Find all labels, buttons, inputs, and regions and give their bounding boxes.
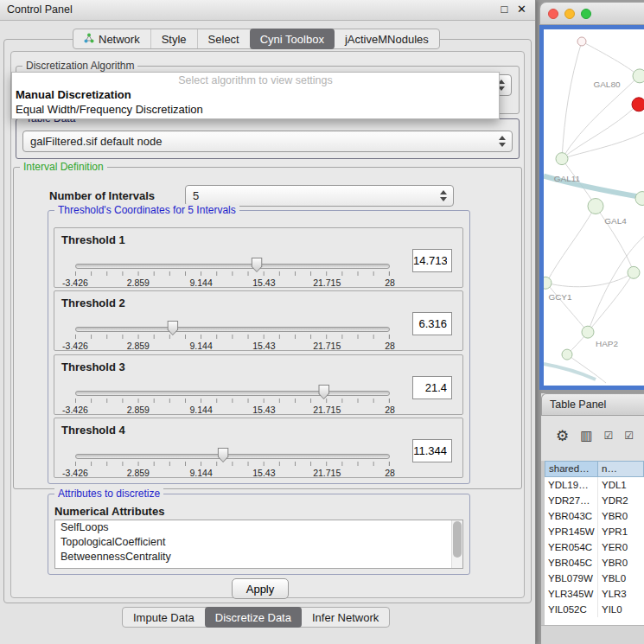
close-traffic-button[interactable] xyxy=(548,9,558,19)
tab-select[interactable]: Select xyxy=(197,29,250,48)
threshold-value-field[interactable] xyxy=(412,439,452,462)
dropdown-option-equal-width[interactable]: Equal Width/Frequency Discretization xyxy=(12,102,499,117)
columns-icon[interactable]: ▥ xyxy=(580,428,592,443)
network-node[interactable] xyxy=(628,266,640,278)
column-header-name[interactable]: n… xyxy=(598,461,644,477)
table-data-combobox[interactable]: galFiltered.sif default node xyxy=(22,131,513,152)
threshold-value-field[interactable] xyxy=(412,376,452,399)
network-graph[interactable]: GAL80 GAL11 GAL4 GCY1 HAP2 xyxy=(544,29,644,386)
table-row[interactable]: YDR27… YDR2 xyxy=(545,493,644,508)
table-cell[interactable]: YDR27… xyxy=(545,493,598,508)
apply-button[interactable]: Apply xyxy=(232,578,289,599)
select-columns-checkbox-icon[interactable]: ☑ xyxy=(624,430,634,442)
slider-track[interactable] xyxy=(75,264,390,269)
list-item[interactable]: BetweennessCentrality xyxy=(55,550,462,564)
select-all-checkbox-icon[interactable]: ☑ xyxy=(603,430,613,442)
tab-style[interactable]: Style xyxy=(150,29,197,48)
tab-network[interactable]: Network xyxy=(73,29,150,48)
threshold-slider[interactable]: -3.426 2.859 9.144 15.43 21.715 28 xyxy=(75,259,390,287)
table-cell[interactable]: YBL0 xyxy=(598,571,644,586)
threshold-slider[interactable]: -3.426 2.859 9.144 15.43 21.715 28 xyxy=(75,322,390,350)
table-cell[interactable]: YDL1 xyxy=(598,477,644,493)
slider-track[interactable] xyxy=(75,454,390,459)
titlebar: Control Panel □ ✕ xyxy=(0,0,535,21)
tab-cyni-toolbox[interactable]: Cyni Toolbox xyxy=(250,29,335,49)
attributes-group-title: Attributes to discretize xyxy=(54,488,163,500)
close-button[interactable]: ✕ xyxy=(517,3,526,16)
network-node[interactable] xyxy=(544,277,552,289)
threshold-slider[interactable]: -3.426 2.859 9.144 15.43 21.715 28 xyxy=(75,450,390,477)
restore-button[interactable]: □ xyxy=(501,3,508,16)
table-data-group: Table Data galFiltered.sif default node xyxy=(16,118,520,159)
slider-thumb[interactable] xyxy=(167,321,178,335)
tab-discretize-data[interactable]: Discretize Data xyxy=(205,607,302,628)
table-cell[interactable]: YBR043C xyxy=(545,508,598,524)
slider-thumb[interactable] xyxy=(218,448,229,462)
table-cell[interactable]: YDR2 xyxy=(598,493,644,508)
table-toolbar: ⚙ ▥ ☑ ☑ xyxy=(541,423,644,449)
table-cell[interactable]: YER0 xyxy=(598,539,644,555)
zoom-traffic-button[interactable] xyxy=(581,9,591,19)
table-cell[interactable]: YBR0 xyxy=(598,508,644,524)
table-row[interactable]: YBR043C YBR0 xyxy=(545,508,644,524)
network-node[interactable] xyxy=(635,192,644,206)
threshold-label: Threshold 3 xyxy=(61,360,125,373)
network-node[interactable] xyxy=(556,153,568,165)
tab-label: Infer Network xyxy=(312,611,379,624)
table-cell[interactable]: YIL052C xyxy=(545,602,598,617)
table-row[interactable]: YLR345W YLR3 xyxy=(545,586,644,602)
table-row[interactable]: YBR045C YBR0 xyxy=(545,555,644,571)
dropdown-option-manual[interactable]: Manual Discretization xyxy=(12,87,499,102)
scale-tick-label: 9.144 xyxy=(189,277,212,288)
network-node[interactable] xyxy=(562,349,572,360)
node-table: shared… n… YDL19… YDL1 YDR27… YDR2 YBR04… xyxy=(545,461,644,625)
minimize-traffic-button[interactable] xyxy=(564,9,575,19)
node-label: GCY1 xyxy=(548,292,572,302)
slider-thumb[interactable] xyxy=(252,258,263,272)
table-cell[interactable]: YPR1 xyxy=(598,524,644,539)
table-row[interactable]: YIL052C YIL0 xyxy=(545,602,644,617)
threshold-slider[interactable]: -3.426 2.859 9.144 15.43 21.715 28 xyxy=(75,386,390,414)
table-cell[interactable]: YDL19… xyxy=(545,477,598,493)
table-cell[interactable]: YBL079W xyxy=(545,571,598,586)
tab-impute-data[interactable]: Impute Data xyxy=(123,608,205,627)
table-row[interactable]: YBL079W YBL0 xyxy=(545,571,644,586)
network-view[interactable]: GAL80 GAL11 GAL4 GCY1 HAP2 xyxy=(544,29,644,386)
table-cell[interactable]: YIL0 xyxy=(598,602,644,617)
network-node[interactable] xyxy=(588,199,603,214)
slider-ticks xyxy=(75,399,390,403)
attributes-list[interactable]: SelfLoops TopologicalCoefficient Between… xyxy=(54,520,463,569)
list-scrollbar[interactable] xyxy=(451,520,462,568)
scrollbar-thumb[interactable] xyxy=(453,521,462,558)
gear-icon[interactable]: ⚙ xyxy=(556,427,569,445)
network-node-selected[interactable] xyxy=(632,98,644,112)
bottom-tab-bar: Impute Data Discretize Data Infer Networ… xyxy=(122,607,390,628)
horizontal-scrollbar[interactable] xyxy=(541,625,644,644)
table-row[interactable]: YDL19… YDL1 xyxy=(545,477,644,493)
network-node[interactable] xyxy=(577,37,586,46)
network-node[interactable] xyxy=(582,326,594,338)
threshold-label: Threshold 4 xyxy=(61,424,125,437)
slider-track[interactable] xyxy=(75,391,390,396)
column-header-shared-name[interactable]: shared… xyxy=(545,461,598,477)
slider-thumb[interactable] xyxy=(318,385,329,399)
tab-jactivemnodules[interactable]: jActiveMNodules xyxy=(335,29,439,48)
slider-track[interactable] xyxy=(75,327,390,332)
threshold-value-field[interactable] xyxy=(412,249,452,272)
table-cell[interactable]: YLR345W xyxy=(545,586,598,602)
tab-infer-network[interactable]: Infer Network xyxy=(302,608,389,627)
list-item[interactable]: SelfLoops xyxy=(55,520,462,535)
threshold-value-field[interactable] xyxy=(412,312,452,335)
table-row[interactable]: YPR145W YPR1 xyxy=(545,524,644,539)
network-window-titlebar xyxy=(539,2,644,25)
table-row[interactable]: YER054C YER0 xyxy=(545,539,644,555)
network-node[interactable] xyxy=(633,69,644,83)
stepper-icon xyxy=(496,134,509,149)
list-item[interactable]: TopologicalCoefficient xyxy=(55,535,462,550)
table-cell[interactable]: YER054C xyxy=(545,539,598,555)
table-cell[interactable]: YBR0 xyxy=(598,555,644,571)
table-cell[interactable]: YLR3 xyxy=(598,586,644,602)
table-cell[interactable]: YPR145W xyxy=(545,524,598,539)
top-tab-bar: Network Style Select Cyni Toolbox jActiv… xyxy=(73,29,440,49)
table-cell[interactable]: YBR045C xyxy=(545,555,598,571)
